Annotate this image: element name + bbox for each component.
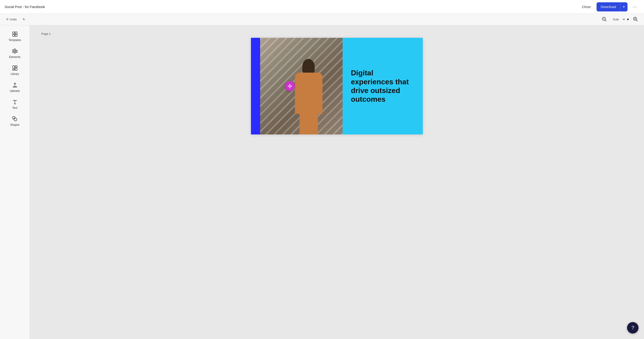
more-options-button[interactable]: ⋯ [630,3,640,11]
text-label: Text [12,106,17,109]
header: Social Post - for Facebook Close Downloa… [0,0,644,14]
redo-icon: ↻ [23,18,25,21]
text-icon [12,99,18,105]
download-arrow-icon[interactable]: ▾ [620,2,628,11]
svg-rect-17 [12,69,15,70]
toolbar: ↺ Undo ↻ Auto 50% 75% 100% 125% 150% ▾ [0,14,644,25]
library-label: Library [10,72,19,76]
main-layout: Templates Elements Librar [0,25,644,339]
svg-point-18 [14,118,17,121]
svg-rect-8 [15,32,17,34]
toolbar-right: Auto 50% 75% 100% 125% 150% ▾ [599,15,640,24]
undo-label: Undo [10,18,17,21]
svg-rect-12 [14,49,15,53]
svg-rect-13 [16,50,17,53]
blue-accent-strip [251,38,260,134]
library-icon [12,65,18,71]
sidebar-item-text[interactable]: Text [2,96,28,112]
close-button[interactable]: Close [579,3,594,10]
sidebar-item-shapes[interactable]: Shapes [2,113,28,129]
toolbar-left: ↺ Undo ↻ [4,16,28,22]
svg-rect-10 [15,34,17,36]
person-silhouette [290,56,327,134]
download-button[interactable]: Download ▾ [596,2,628,11]
redo-button[interactable]: ↻ [20,16,28,22]
sidebar-item-library[interactable]: Library [2,62,28,78]
templates-label: Templates [8,38,21,42]
svg-line-1 [605,20,607,21]
templates-icon [12,31,18,37]
undo-icon: ↺ [6,18,8,21]
canvas-area[interactable]: Page 1 [30,25,644,339]
design-card[interactable]: Digital experiences that drive outsized … [251,38,423,134]
zoom-select[interactable]: Auto 50% 75% 100% 125% 150% [610,16,626,22]
app-title: Social Post - for Facebook [4,5,45,9]
svg-rect-11 [12,50,14,53]
text-section[interactable]: Digital experiences that drive outsized … [343,38,423,134]
zoom-out-button[interactable] [599,15,609,24]
sidebar-item-elements[interactable]: Elements [2,45,28,61]
sidebar: Templates Elements Librar [0,25,30,339]
sidebar-item-uploads[interactable]: Uploads [2,79,28,95]
header-actions: Close Download ▾ ⋯ [579,2,640,11]
zoom-in-button[interactable] [630,15,640,24]
photo-section[interactable] [260,38,343,134]
elements-label: Elements [9,55,20,59]
page-label: Page 1 [41,32,51,35]
zoom-dropdown-icon: ▾ [627,17,629,21]
svg-rect-16 [15,68,17,70]
svg-rect-14 [12,66,15,68]
svg-rect-7 [12,32,15,34]
uploads-icon [12,82,18,88]
download-label: Download [596,5,620,9]
person-body [295,73,322,114]
svg-rect-15 [15,66,17,67]
elements-icon [12,48,18,54]
headline-text[interactable]: Digital experiences that drive outsized … [351,68,414,104]
help-button[interactable]: ? [627,322,638,334]
move-handle-icon[interactable] [285,81,295,91]
person-legs [300,114,318,134]
zoom-in-icon [632,16,638,22]
svg-line-4 [636,20,638,21]
sidebar-item-templates[interactable]: Templates [2,28,28,44]
zoom-out-icon [601,16,607,22]
uploads-label: Uploads [10,89,20,92]
undo-button[interactable]: ↺ Undo [4,16,19,22]
shapes-icon [12,116,18,122]
shapes-label: Shapes [10,123,20,126]
svg-rect-19 [12,117,15,119]
svg-rect-9 [12,34,15,36]
